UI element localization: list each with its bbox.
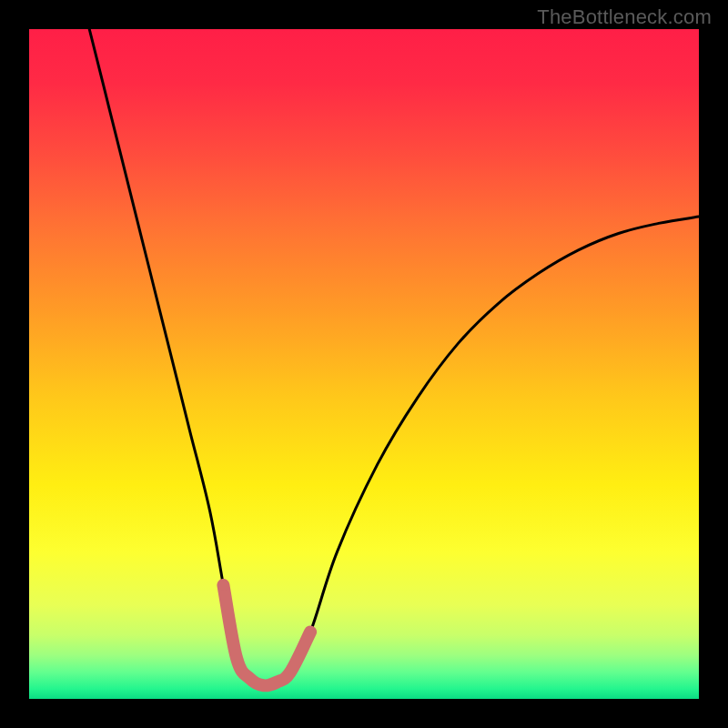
curve-overlay (29, 29, 699, 699)
bottleneck-curve (89, 29, 699, 685)
highlight-start-dot (217, 580, 228, 591)
chart-frame: TheBottleneck.com (0, 0, 728, 728)
valley-highlight-path (223, 585, 310, 686)
watermark-text: TheBottleneck.com (537, 5, 712, 29)
plot-area (29, 29, 699, 699)
